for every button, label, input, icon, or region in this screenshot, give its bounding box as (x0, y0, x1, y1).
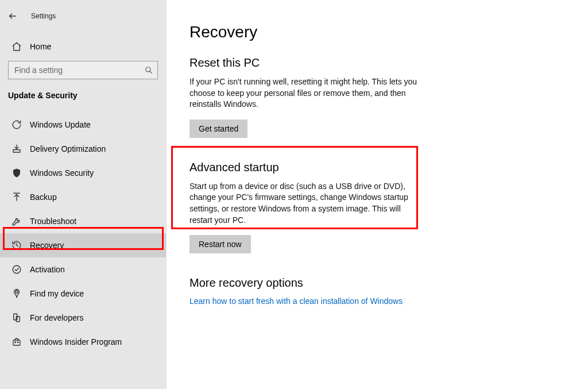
arrow-left-icon (8, 11, 17, 21)
svg-line-2 (150, 71, 152, 74)
search-box[interactable] (8, 61, 158, 79)
search-icon (145, 66, 153, 74)
titlebar: Settings (0, 6, 166, 30)
get-started-button[interactable]: Get started (189, 120, 247, 138)
developers-icon (11, 313, 22, 323)
reset-desc: If your PC isn't running well, resetting… (189, 76, 419, 110)
advanced-title: Advanced startup (189, 161, 588, 174)
shield-icon (11, 168, 22, 178)
sidebar-item-troubleshoot[interactable]: Troubleshoot (0, 209, 166, 233)
sidebar: Settings Home Update & Security Windows … (0, 0, 167, 389)
sidebar-item-label: Backup (30, 192, 57, 202)
sidebar-item-home[interactable]: Home (0, 36, 166, 57)
wrench-icon (11, 216, 22, 226)
sidebar-item-activation[interactable]: Activation (0, 257, 166, 282)
insider-icon (11, 337, 22, 347)
history-icon (11, 240, 22, 251)
sidebar-item-label: Troubleshoot (30, 217, 76, 226)
home-icon (11, 41, 22, 52)
advanced-desc: Start up from a device or disc (such as … (189, 181, 419, 226)
location-icon (11, 288, 22, 299)
nav-list: Windows Update Delivery Optimization Win… (0, 113, 166, 354)
check-circle-icon (11, 264, 22, 275)
search-input[interactable] (9, 62, 157, 78)
sidebar-item-label: Windows Insider Program (30, 337, 122, 346)
upload-icon (11, 192, 22, 202)
sidebar-item-label: Recovery (30, 241, 64, 250)
search-container (0, 57, 166, 83)
sidebar-item-backup[interactable]: Backup (0, 185, 166, 209)
svg-point-6 (13, 265, 21, 274)
back-button[interactable] (5, 8, 21, 24)
sidebar-item-label: Activation (30, 265, 65, 274)
app-title: Settings (31, 12, 56, 20)
sidebar-item-windows-update[interactable]: Windows Update (0, 113, 166, 137)
sidebar-item-windows-security[interactable]: Windows Security (0, 161, 166, 185)
svg-rect-3 (13, 150, 20, 153)
more-title: More recovery options (189, 276, 588, 290)
svg-rect-10 (13, 340, 20, 345)
sidebar-item-recovery[interactable]: Recovery (0, 233, 166, 257)
section-reset-pc: Reset this PC If your PC isn't running w… (189, 56, 588, 138)
svg-point-11 (15, 342, 16, 343)
sidebar-item-label: Windows Security (30, 168, 94, 178)
category-label: Update & Security (0, 83, 166, 102)
sidebar-item-label: Find my device (30, 289, 84, 298)
svg-point-7 (16, 291, 18, 294)
sidebar-item-label: Windows Update (30, 120, 91, 129)
reset-title: Reset this PC (189, 56, 588, 70)
content-area: Recovery Reset this PC If your PC isn't … (167, 0, 588, 389)
sidebar-item-for-developers[interactable]: For developers (0, 306, 166, 330)
svg-point-12 (18, 342, 19, 343)
sidebar-item-label: For developers (30, 313, 83, 322)
sidebar-item-label: Delivery Optimization (30, 144, 106, 153)
sidebar-item-find-my-device[interactable]: Find my device (0, 282, 166, 306)
restart-now-button[interactable]: Restart now (189, 235, 251, 253)
home-label: Home (30, 42, 51, 51)
sync-icon (11, 120, 22, 130)
page-title: Recovery (189, 23, 588, 41)
section-more-recovery: More recovery options Learn how to start… (189, 276, 588, 306)
sidebar-item-windows-insider[interactable]: Windows Insider Program (0, 330, 166, 354)
download-stack-icon (11, 144, 22, 154)
section-advanced-startup: Advanced startup Start up from a device … (189, 161, 588, 253)
start-fresh-link[interactable]: Learn how to start fresh with a clean in… (189, 296, 403, 306)
sidebar-item-delivery-optimization[interactable]: Delivery Optimization (0, 137, 166, 161)
